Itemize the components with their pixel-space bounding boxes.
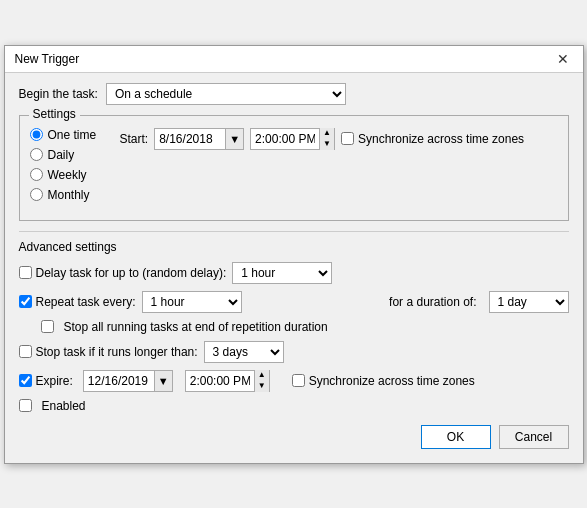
enabled-checkbox[interactable] [19,399,32,412]
enabled-label: Enabled [42,399,86,413]
expire-row: Expire: ▼ ▲ ▼ Synchronize across time zo… [19,370,569,392]
schedule-type-group: One time Daily Weekly Monthly [30,128,110,202]
start-row: Start: ▼ ▲ ▼ [120,128,558,150]
expire-checkbox-label: Expire: [19,374,73,388]
stop-longer-label: Stop task if it runs longer than: [36,345,198,359]
new-trigger-dialog: New Trigger ✕ Begin the task: On a sched… [4,45,584,464]
expire-time-down-button[interactable]: ▼ [255,381,269,392]
enabled-row: Enabled [19,399,569,413]
delay-task-label: Delay task for up to (random delay): [36,266,227,280]
cancel-button[interactable]: Cancel [499,425,569,449]
settings-group-wrapper: Settings One time Daily Weekly [19,115,569,221]
expire-time-field: ▲ ▼ [185,370,270,392]
ok-button[interactable]: OK [421,425,491,449]
sync-timezone-checkbox[interactable] [341,132,354,145]
daily-label: Daily [48,148,75,162]
weekly-radio[interactable] [30,168,43,181]
delay-task-dropdown[interactable]: 1 hour [232,262,332,284]
start-date-field: ▼ [154,128,244,150]
one-time-radio[interactable] [30,128,43,141]
monthly-label: Monthly [48,188,90,202]
expire-time-spinner: ▲ ▼ [254,370,269,392]
stop-running-checkbox[interactable] [41,320,54,333]
monthly-radio[interactable] [30,188,43,201]
expire-label: Expire: [36,374,73,388]
delay-task-checkbox[interactable] [19,266,32,279]
repeat-task-row: Repeat task every: 1 hour for a duration… [19,291,569,313]
title-bar: New Trigger ✕ [5,46,583,73]
begin-task-dropdown[interactable]: On a schedule [106,83,346,105]
calendar-button[interactable]: ▼ [225,129,243,149]
sync-timezone-row: Synchronize across time zones [341,132,524,146]
repeat-task-checkbox[interactable] [19,295,32,308]
repeat-task-label: Repeat task every: [36,295,136,309]
repeat-checkbox-label: Repeat task every: [19,295,136,309]
start-time-input[interactable] [251,130,319,148]
schedule-options-area [120,150,558,210]
monthly-radio-row: Monthly [30,188,110,202]
repeat-task-dropdown[interactable]: 1 hour [142,291,242,313]
start-time-field: ▲ ▼ [250,128,335,150]
section-divider [19,231,569,232]
sync-timezone-label: Synchronize across time zones [358,132,524,146]
stop-running-label: Stop all running tasks at end of repetit… [64,320,328,334]
settings-group-label: Settings [29,107,80,121]
delay-task-row: Delay task for up to (random delay): 1 h… [19,262,569,284]
expire-time-input[interactable] [186,372,254,390]
one-time-radio-row: One time [30,128,110,142]
expire-sync-row: Synchronize across time zones [292,374,475,388]
begin-task-label: Begin the task: [19,87,98,101]
expire-sync-label: Synchronize across time zones [309,374,475,388]
start-date-input[interactable] [155,130,225,148]
stop-longer-row: Stop task if it runs longer than: 3 days [19,341,569,363]
expire-sync-checkbox[interactable] [292,374,305,387]
stop-longer-dropdown[interactable]: 3 days [204,341,284,363]
expire-calendar-button[interactable]: ▼ [154,371,172,391]
expire-date-input[interactable] [84,372,154,390]
advanced-settings-label: Advanced settings [19,240,569,254]
stop-longer-checkbox-label: Stop task if it runs longer than: [19,345,198,359]
duration-label: for a duration of: [389,295,476,309]
one-time-label: One time [48,128,97,142]
time-down-button[interactable]: ▼ [320,139,334,150]
start-area: Start: ▼ ▲ ▼ [110,128,558,210]
daily-radio[interactable] [30,148,43,161]
expire-checkbox[interactable] [19,374,32,387]
expire-date-field: ▼ [83,370,173,392]
weekly-label: Weekly [48,168,87,182]
stop-running-row: Stop all running tasks at end of repetit… [41,320,569,334]
daily-radio-row: Daily [30,148,110,162]
dialog-title: New Trigger [15,52,80,66]
start-label: Start: [120,132,149,146]
stop-longer-checkbox[interactable] [19,345,32,358]
expire-time-up-button[interactable]: ▲ [255,370,269,381]
footer-row: OK Cancel [19,421,569,449]
delay-checkbox-label: Delay task for up to (random delay): [19,266,227,280]
duration-dropdown[interactable]: 1 day [489,291,569,313]
time-spinner: ▲ ▼ [319,128,334,150]
weekly-radio-row: Weekly [30,168,110,182]
close-button[interactable]: ✕ [553,52,573,66]
time-up-button[interactable]: ▲ [320,128,334,139]
